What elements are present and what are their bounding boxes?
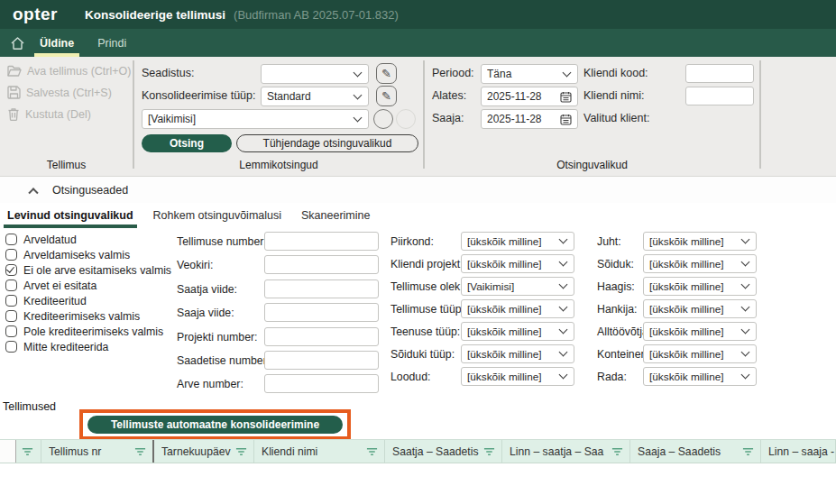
ribbon-group-tellimus: Ava tellimus (Ctrl+O) Salvesta (Ctrl+S) … [0,57,133,176]
chevron-down-icon [741,371,750,380]
collapse-button[interactable] [23,187,43,194]
edit-seadistus-button[interactable]: ✎ [376,63,397,84]
column-header-saaja-saadetis[interactable]: Saaja – Saadetis [630,440,761,463]
column-header-kliendi-nimi[interactable]: Kliendi nimi [254,440,385,463]
filter-icon[interactable] [742,447,754,456]
chevron-down-icon [741,303,750,312]
checkbox-arveldamiseks-valmis[interactable]: Arveldamiseks valmis [5,248,130,261]
filter-icon[interactable] [366,447,378,456]
checkbox-ei-ole-arve-esitamiseks-valmis[interactable]: Ei ole arve esitamiseks valmis [5,263,171,277]
periood-select[interactable]: Täna [481,64,578,84]
filter-area: Arveldatud Arveldamiseks valmis Ei ole a… [0,228,836,398]
column-header-tellimus-nr[interactable]: Tellimus nr [41,440,154,463]
periood-value: Täna [487,68,560,80]
soiduki-tyyp-value: [ükskõik milline] [467,348,556,361]
delete-label: Kustuta (Del) [25,108,91,121]
tab-uldine[interactable]: Üldine [34,29,79,57]
checkbox-box [5,249,17,261]
open-order-button[interactable]: Ava tellimus (Ctrl+O) [7,63,133,78]
tab-label: Levinud otsinguvalikud [7,209,133,222]
tab-rohkem-otsinguvoimalusi[interactable]: Rohkem otsinguvõimalusi [152,203,283,228]
trash-icon [7,107,20,121]
search-button[interactable]: Otsing [142,134,232,152]
icon-column-header[interactable] [16,440,41,463]
edit-tyyp-button[interactable]: ✎ [376,86,397,106]
favorite-action-button-disabled[interactable] [396,109,416,129]
filter-icon[interactable] [22,447,33,456]
teenuse-tyyp-select[interactable]: [ükskõik milline] [461,322,574,341]
column-header-linn-saaja[interactable]: Linn – saaja - s [761,440,836,463]
filter-icon[interactable] [611,447,623,456]
projekti-number-input[interactable] [264,327,379,346]
column-header-saatja-saadetis[interactable]: Saatja – Saadetis [385,440,502,463]
konteiner-value: [ükskõik milline] [649,348,739,361]
alltoovotja-select[interactable]: [ükskõik milline] [643,322,757,341]
tab-prindi[interactable]: Prindi [92,29,132,57]
tab-levinud-otsinguvalikud[interactable]: Levinud otsinguvalikud [5,203,135,228]
checkbox-arvet-ei-esitata[interactable]: Arvet ei esitata [5,279,96,292]
kliendi-projekt-select[interactable]: [ükskõik milline] [461,254,574,273]
pencil-icon: ✎ [381,89,391,103]
soiduki-tyyp-select[interactable]: [ükskõik milline] [461,344,574,363]
saadetise-number-input[interactable] [264,351,379,370]
tellimuse-olek-value: [Vaikimisi] [467,280,556,293]
hankija-select[interactable]: [ükskõik milline] [643,299,757,318]
haagis-select[interactable]: [ükskõik milline] [643,277,757,296]
loodud-select[interactable]: [ükskõik milline] [461,367,574,386]
arve-number-input[interactable] [264,374,379,393]
seadistus-select[interactable] [261,64,369,84]
ribbon-group-lemmikotsingud: Seadistus: ✎ Konsolideerimise tüüp: Stan… [133,57,424,176]
kliendi-nimi-input[interactable] [685,87,754,105]
favorite-action-button[interactable] [373,109,393,129]
checkbox-krediteeritud[interactable]: Krediteeritud [5,294,87,307]
window-version: (Budfirman AB 2025.07-01.832) [234,8,399,22]
column-label: Tarnekuupäev [161,445,232,458]
rada-select[interactable]: [ükskõik milline] [643,367,757,386]
tab-prindi-label: Prindi [97,37,126,50]
tellimuse-tyyp-select[interactable]: [ükskõik milline] [461,299,574,318]
checkbox-mitte-krediteerida[interactable]: Mitte krediteerida [5,340,108,353]
veokiri-input[interactable] [264,255,379,274]
rada-value: [ükskõik milline] [649,371,739,383]
delete-button[interactable]: Kustuta (Del) [7,106,133,122]
juht-select[interactable]: [ükskõik milline] [643,232,757,251]
favorite-search-select[interactable]: [Vaikimisi] [142,109,369,129]
saatja-viide-input[interactable] [264,279,379,298]
piirkond-select[interactable]: [ükskõik milline] [461,232,574,251]
saaja-viide-input[interactable] [264,303,379,322]
teenuse-tyyp-label: Teenuse tüüp: [390,325,460,338]
column-header-linn-saatja[interactable]: Linn – saatja – Saa [502,440,630,463]
soiduk-select[interactable]: [ükskõik milline] [643,254,757,273]
home-button[interactable] [0,29,34,57]
row-selector-column-header[interactable] [0,440,16,463]
open-order-label: Ava tellimus (Ctrl+O) [27,65,131,78]
konsolideerimise-tyyp-select[interactable]: Standard [261,87,369,106]
column-header-tarnekuupaev[interactable]: Tarnekuupäev [154,440,254,463]
rada-label: Rada: [597,371,627,383]
projekti-number-label: Projekti number: [177,331,258,344]
checkbox-krediteerimiseks-valmis[interactable]: Krediteerimiseks valmis [5,309,140,323]
kliendi-kood-input[interactable] [685,64,754,83]
tellimuse-olek-select[interactable]: [Vaikimisi] [461,277,574,296]
tellimuse-tyyp-label: Tellimuse tüüp: [390,303,464,316]
clear-search-options-button[interactable]: Tühjendage otsinguvalikud [236,134,418,152]
auto-consolidate-button[interactable]: Tellimuste automaatne konsolideerimine [87,416,343,434]
kliendi-projekt-label: Kliendi projekt: [390,258,464,270]
haagis-value: [ükskõik milline] [649,280,739,293]
konsolideerimise-tyyp-label: Konsolideerimise tüüp: [142,89,255,102]
filter-icon[interactable] [483,447,495,456]
checkbox-pole-krediteerimiseks-valmis[interactable]: Pole krediteerimiseks valmis [5,325,163,338]
tab-skaneerimine[interactable]: Skaneerimine [299,203,372,228]
tellimuse-number-input[interactable] [264,232,379,251]
save-button[interactable]: Salvesta (Ctrl+S) [7,85,133,100]
filter-icon[interactable] [134,447,146,456]
checkbox-arveldatud[interactable]: Arveldatud [5,233,77,246]
calendar-icon[interactable] [560,91,572,103]
alates-date-value: 2025-11-28 [487,90,556,103]
arve-number-label: Arve number: [177,378,243,390]
alates-date-field[interactable]: 2025-11-28 [481,87,578,106]
filter-icon[interactable] [235,447,247,456]
saaja-date-field[interactable]: 2025-11-28 [481,109,578,129]
calendar-icon[interactable] [560,114,572,125]
konteiner-select[interactable]: [ükskõik milline] [643,344,757,363]
